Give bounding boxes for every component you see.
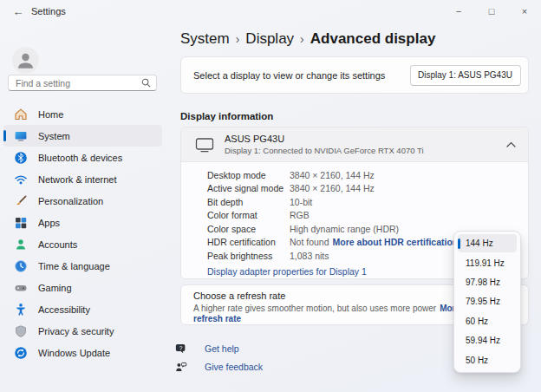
sidebar-item-label: Home [38,109,63,120]
sidebar-item-time-language[interactable]: Time & language [3,255,162,277]
sidebar: Home System Bluetooth & devices [0,24,166,392]
refresh-rate-flyout: 144 Hz 119.91 Hz 97.98 Hz 79.95 Hz 60 Hz… [453,231,521,373]
apps-grid-icon [14,216,28,230]
sidebar-nav: Home System Bluetooth & devices [3,103,162,363]
monitor-icon [195,137,214,153]
refresh-option-50hz[interactable]: 50 Hz [458,351,517,369]
sidebar-item-accounts[interactable]: Accounts [3,233,162,255]
info-row-color-format: Color format RGB [207,209,528,223]
info-value: 3840 × 2160, 144 Hz [290,183,528,193]
window-controls: − □ × [442,0,541,24]
device-subtitle: Display 1: Connected to NVIDIA GeForce R… [225,146,506,155]
refresh-rate-desc-text: A higher rate gives smoother motion, but… [193,304,436,313]
device-name: ASUS PG43U [225,134,506,144]
sidebar-item-system[interactable]: System [3,125,162,147]
sidebar-item-label: Windows Update [38,348,110,358]
device-info: ASUS PG43U Display 1: Connected to NVIDI… [225,134,506,155]
info-label: Color space [207,224,290,234]
refresh-option-59hz[interactable]: 59.94 Hz [458,331,517,350]
refresh-option-79hz[interactable]: 79.95 Hz [458,292,517,310]
get-help-label: Get help [205,343,239,354]
hdr-cert-value: Not found [290,237,329,247]
info-row-active-signal: Active signal mode 3840 × 2160, 144 Hz [207,182,528,196]
sidebar-item-label: Bluetooth & devices [38,153,122,163]
sidebar-item-label: Gaming [38,283,72,293]
display-selector-card: Select a display to view or change its s… [180,56,529,94]
sidebar-item-label: Accessibility [38,304,90,315]
sidebar-item-label: Apps [38,218,60,228]
sidebar-item-label: Privacy & security [38,326,114,336]
info-label: Color format [207,210,290,220]
sidebar-item-personalization[interactable]: Personalization [3,190,162,212]
info-label: Peak brightness [207,251,290,261]
avatar[interactable] [12,47,39,74]
home-icon [14,108,28,121]
back-icon[interactable]: ← [10,4,26,20]
titlebar: ← Settings − □ × [0,0,541,24]
info-row-desktop-mode: Desktop mode 3840 × 2160, 144 Hz [207,168,528,182]
sidebar-item-privacy[interactable]: Privacy & security [3,320,162,342]
feedback-person-icon [175,361,187,373]
display-selector-label: Select a display to view or change its s… [193,70,410,81]
maximize-icon[interactable]: □ [475,0,508,24]
sidebar-item-gaming[interactable]: Gaming [3,277,162,298]
display-selector-value: Display 1: ASUS PG43U [418,70,512,80]
minimize-icon[interactable]: − [442,0,475,24]
person-green-icon [14,238,28,252]
breadcrumb-separator: › [236,32,240,46]
info-label: Desktop mode [207,170,290,180]
wifi-icon [14,173,28,186]
sidebar-item-label: System [38,131,70,141]
search-input[interactable] [16,78,141,88]
display-expander-header[interactable]: ASUS PG43U Display 1: Connected to NVIDI… [181,127,528,162]
sidebar-item-label: Accounts [38,239,77,250]
info-label: Active signal mode [207,183,290,193]
breadcrumb: System›Display›Advanced display [180,30,435,48]
settings-window: ← Settings − □ × [0,0,541,392]
info-label: HDR certification [207,237,290,247]
sidebar-item-apps[interactable]: Apps [3,212,162,233]
update-refresh-icon [14,346,28,360]
system-icon [14,129,28,143]
shield-icon [14,324,28,338]
breadcrumb-system[interactable]: System [180,30,230,47]
sidebar-item-label: Time & language [38,261,110,271]
hdr-certification-link[interactable]: More about HDR certification [333,237,459,247]
search-box[interactable] [8,75,157,91]
display-selector-dropdown[interactable]: Display 1: ASUS PG43U [410,65,521,86]
give-feedback-link[interactable]: Give feedback [175,361,263,373]
sidebar-item-network[interactable]: Network & internet [3,168,162,190]
person-icon [12,47,39,74]
paintbrush-icon [14,194,28,208]
chevron-down-icon [512,73,513,78]
help-bubble-icon: ? [175,343,187,355]
sidebar-item-label: Personalization [38,196,103,206]
window-title: Settings [31,6,66,16]
refresh-option-119hz[interactable]: 119.91 Hz [458,253,517,271]
sidebar-item-home[interactable]: Home [3,103,162,125]
accessibility-person-icon [14,303,28,317]
info-value: 3840 × 2160, 144 Hz [290,170,528,180]
get-help-link[interactable]: ? Get help [175,343,239,355]
clock-globe-icon [14,259,28,273]
refresh-option-97hz[interactable]: 97.98 Hz [458,273,517,291]
info-row-bit-depth: Bit depth 10-bit [207,195,528,209]
display-information-title: Display information [180,111,273,121]
svg-text:?: ? [179,345,183,351]
refresh-option-60hz[interactable]: 60 Hz [458,312,517,330]
give-feedback-label: Give feedback [205,362,263,372]
info-label: Bit depth [207,197,290,207]
info-value: 10-bit [290,197,528,207]
close-icon[interactable]: × [508,0,541,24]
sidebar-item-bluetooth[interactable]: Bluetooth & devices [3,147,162,168]
breadcrumb-separator: › [300,32,304,46]
info-value: RGB [290,210,528,220]
sidebar-item-label: Network & internet [38,174,116,185]
chevron-up-icon[interactable] [506,141,516,147]
breadcrumb-display[interactable]: Display [245,30,294,47]
refresh-option-144hz[interactable]: 144 Hz [458,234,517,252]
sidebar-item-windows-update[interactable]: Windows Update [3,342,162,363]
bluetooth-icon [14,151,28,165]
sidebar-item-accessibility[interactable]: Accessibility [3,298,162,320]
page-title: Advanced display [310,30,436,47]
